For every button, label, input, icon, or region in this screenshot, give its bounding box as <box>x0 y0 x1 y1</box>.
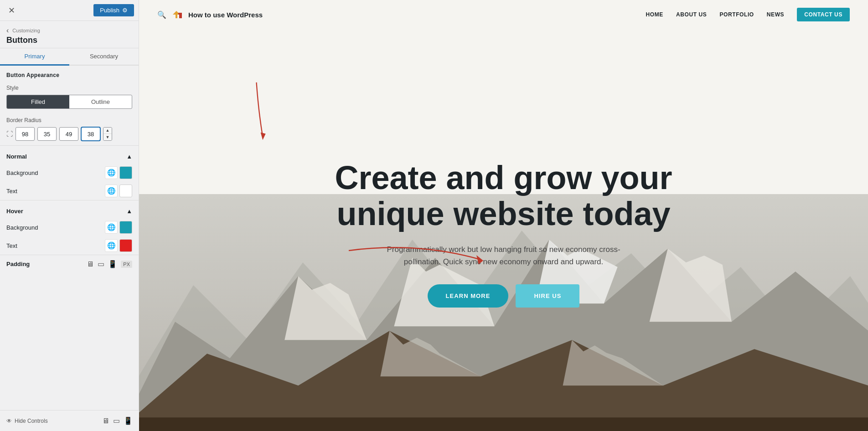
sidebar: ✕ Publish ⚙ ‹ Customizing Buttons Primar… <box>0 0 139 431</box>
background-label: Background <box>6 169 38 176</box>
link-corners-icon[interactable]: ⛶ <box>6 130 13 138</box>
desktop-icon[interactable]: 🖥 <box>102 416 109 425</box>
hire-us-button[interactable]: HIRE US <box>516 284 579 308</box>
border-radius-label: Border Radius <box>0 113 139 125</box>
hover-background-label: Background <box>6 224 38 231</box>
border-radius-input-3[interactable] <box>59 127 78 141</box>
text-controls: 🌐 <box>105 185 132 197</box>
tablet-icon[interactable]: ▭ <box>113 416 120 425</box>
nav-contact[interactable]: CONTACT US <box>797 8 850 21</box>
style-label: Style <box>0 81 139 93</box>
hover-background-controls: 🌐 <box>105 221 132 234</box>
svg-rect-8 <box>139 417 868 431</box>
hover-text-swatch[interactable] <box>119 239 132 252</box>
hover-text-controls: 🌐 <box>105 239 132 252</box>
logo-icon <box>171 8 184 21</box>
publish-label: Publish <box>100 7 119 14</box>
normal-label: Normal <box>6 153 27 160</box>
wp-site-preview: 🔍 How to use WordPress HOME ABOUT US POR… <box>139 0 868 431</box>
sidebar-footer: 👁 Hide Controls 🖥 ▭ 📱 <box>0 410 139 431</box>
gear-icon: ⚙ <box>122 7 128 14</box>
site-title: How to use WordPress <box>188 11 263 19</box>
main-content: 🔍 How to use WordPress HOME ABOUT US POR… <box>139 0 868 431</box>
hero-buttons: LEARN MORE HIRE US <box>335 284 672 308</box>
nav-links: HOME ABOUT US PORTFOLIO NEWS CONTACT US <box>646 8 850 21</box>
border-radius-input-1[interactable] <box>16 127 35 141</box>
text-label: Text <box>6 188 17 195</box>
normal-section: Normal ▲ Background 🌐 Text 🌐 <box>0 145 139 200</box>
learn-more-button[interactable]: LEARN MORE <box>428 284 509 308</box>
px-badge: PX <box>121 261 132 268</box>
breadcrumb: ‹ Customizing Buttons <box>0 21 139 48</box>
hero-subtitle: Programmatically work but low hanging fr… <box>376 243 631 268</box>
hover-text-label: Text <box>6 242 17 249</box>
eye-icon: 👁 <box>6 418 12 424</box>
padding-icons: 🖥 ▭ 📱 PX <box>87 260 132 268</box>
hero-title: Create and grow your unique website toda… <box>335 160 672 232</box>
nav-news[interactable]: NEWS <box>767 11 784 18</box>
nav-home[interactable]: HOME <box>646 11 663 18</box>
chevron-up-icon: ▲ <box>126 153 132 160</box>
desktop-padding-icon[interactable]: 🖥 <box>87 260 94 268</box>
breadcrumb-row: ‹ Customizing <box>6 26 132 35</box>
hover-section: Hover ▲ Background 🌐 Text 🌐 <box>0 200 139 255</box>
style-outline-button[interactable]: Outline <box>69 95 132 108</box>
button-appearance-heading: Button Appearance <box>0 66 139 81</box>
spin-up-button[interactable]: ▲ <box>103 128 112 134</box>
border-radius-row: ⛶ ▲ ▼ <box>0 125 139 145</box>
sidebar-tabs: Primary Secondary <box>0 48 139 66</box>
tab-primary[interactable]: Primary <box>0 48 69 66</box>
tablet-padding-icon[interactable]: ▭ <box>98 260 104 268</box>
spin-down-button[interactable]: ▼ <box>103 134 112 140</box>
footer-device-icons: 🖥 ▭ 📱 <box>102 416 133 425</box>
hover-text-global-icon[interactable]: 🌐 <box>105 239 118 252</box>
hover-chevron-up-icon: ▲ <box>126 208 132 215</box>
padding-section: Padding 🖥 ▭ 📱 PX <box>0 255 139 273</box>
page-title: Buttons <box>6 35 132 45</box>
hero-content: Create and grow your unique website toda… <box>335 160 672 308</box>
tab-secondary[interactable]: Secondary <box>69 48 139 66</box>
background-controls: 🌐 <box>105 166 132 179</box>
hover-background-swatch[interactable] <box>119 221 132 234</box>
border-radius-input-2[interactable] <box>37 127 57 141</box>
padding-label: Padding <box>6 261 30 267</box>
hide-controls-label: Hide Controls <box>15 418 48 424</box>
wp-navbar: 🔍 How to use WordPress HOME ABOUT US POR… <box>139 0 868 29</box>
hover-background-row: Background 🌐 <box>0 218 139 236</box>
back-button[interactable]: ‹ <box>6 26 9 35</box>
search-icon[interactable]: 🔍 <box>157 10 166 19</box>
sidebar-content: Button Appearance Style Filled Outline B… <box>0 66 139 431</box>
text-color-swatch[interactable] <box>119 185 132 197</box>
normal-text-row: Text 🌐 <box>0 182 139 200</box>
hover-global-icon[interactable]: 🌐 <box>105 221 118 234</box>
mobile-padding-icon[interactable]: 📱 <box>108 260 117 268</box>
site-logo[interactable]: How to use WordPress <box>171 8 263 21</box>
hover-heading[interactable]: Hover ▲ <box>0 205 139 218</box>
background-color-swatch[interactable] <box>119 166 132 179</box>
nav-portfolio[interactable]: PORTFOLIO <box>719 11 754 18</box>
hover-text-row: Text 🌐 <box>0 236 139 255</box>
style-toggle: Filled Outline <box>6 95 132 109</box>
sidebar-topbar: ✕ Publish ⚙ <box>0 0 139 21</box>
spinbox: ▲ ▼ <box>103 127 112 141</box>
hero-section: Create and grow your unique website toda… <box>139 0 868 431</box>
hide-controls-button[interactable]: 👁 Hide Controls <box>6 418 48 424</box>
nav-about[interactable]: ABOUT US <box>676 11 707 18</box>
global-text-color-icon[interactable]: 🌐 <box>105 185 118 197</box>
border-radius-input-4[interactable] <box>81 127 100 141</box>
global-color-icon[interactable]: 🌐 <box>105 166 118 179</box>
normal-heading[interactable]: Normal ▲ <box>0 150 139 164</box>
mobile-icon[interactable]: 📱 <box>124 416 133 425</box>
customizing-label: Customizing <box>12 28 40 33</box>
style-filled-button[interactable]: Filled <box>7 95 69 108</box>
hover-label: Hover <box>6 208 23 215</box>
normal-background-row: Background 🌐 <box>0 164 139 182</box>
close-button[interactable]: ✕ <box>5 4 19 17</box>
publish-button[interactable]: Publish ⚙ <box>93 4 134 16</box>
